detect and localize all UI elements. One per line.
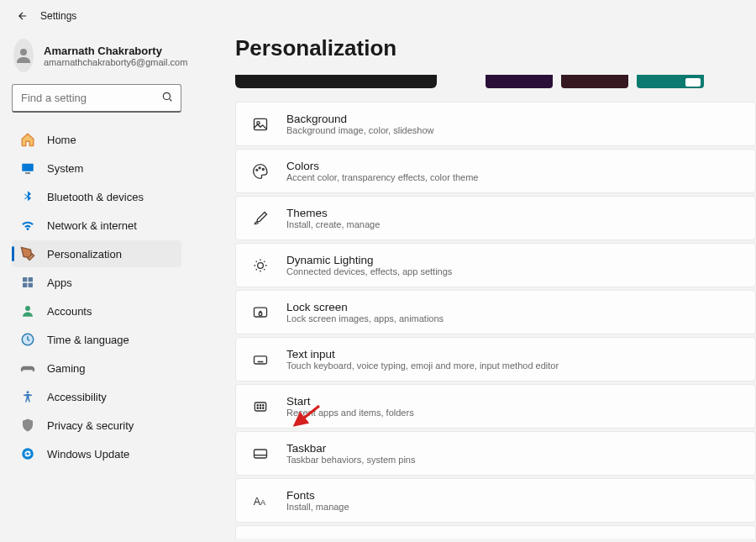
settings-item-taskbar[interactable]: TaskbarTaskbar behaviors, system pins <box>235 431 756 476</box>
svg-rect-28 <box>255 450 267 458</box>
profile-email: amarnathchakraborty6@gmail.com <box>44 57 187 67</box>
settings-item-dynamic-lighting[interactable]: Dynamic LightingConnected devices, effec… <box>235 243 756 287</box>
wifi-icon <box>20 218 35 233</box>
start-icon <box>251 397 270 416</box>
svg-point-17 <box>258 262 264 268</box>
settings-item-title: Device usage <box>286 536 740 539</box>
settings-item-desc: Background image, color, slideshow <box>286 125 433 135</box>
settings-item-title: Dynamic Lighting <box>286 254 452 266</box>
svg-point-27 <box>263 408 264 408</box>
sidebar-item-system[interactable]: System <box>12 155 181 182</box>
svg-point-23 <box>260 404 260 405</box>
profile-name: Amarnath Chakraborty <box>44 45 187 57</box>
svg-point-10 <box>27 391 29 393</box>
search-input[interactable] <box>12 84 181 113</box>
settings-item-background[interactable]: BackgroundBackground image, color, slide… <box>235 102 756 146</box>
theme-preview-large[interactable] <box>235 75 437 88</box>
settings-item-colors[interactable]: ColorsAccent color, transparency effects… <box>235 149 756 193</box>
accessibility-icon <box>20 389 35 404</box>
sidebar-item-windows-update[interactable]: Windows Update <box>12 440 181 467</box>
sidebar-item-bluetooth[interactable]: Bluetooth & devices <box>12 183 181 210</box>
settings-item-title: Themes <box>286 207 380 219</box>
svg-rect-5 <box>29 277 33 282</box>
svg-point-22 <box>257 404 258 405</box>
theme-preview-small[interactable] <box>561 75 628 88</box>
personalization-icon <box>20 246 35 261</box>
page-title: Personalization <box>235 35 756 61</box>
settings-list: BackgroundBackground image, color, slide… <box>235 102 756 539</box>
sidebar-item-label: System <box>47 162 83 175</box>
settings-item-desc: Install, manage <box>286 502 349 512</box>
sidebar-item-home[interactable]: Home <box>12 126 181 153</box>
accounts-icon <box>20 303 35 318</box>
sidebar-item-label: Accounts <box>47 305 92 318</box>
settings-item-fonts[interactable]: AA FontsInstall, manage <box>235 478 756 523</box>
back-button[interactable] <box>17 10 29 22</box>
sidebar-item-label: Home <box>47 134 76 146</box>
svg-point-8 <box>25 306 30 311</box>
svg-text:A: A <box>260 498 266 507</box>
settings-item-start[interactable]: StartRecent apps and items, folders <box>235 384 756 429</box>
svg-point-25 <box>257 408 258 408</box>
sidebar-item-personalization[interactable]: Personalization <box>12 240 181 267</box>
fonts-icon: AA <box>251 492 270 510</box>
svg-point-14 <box>256 169 258 171</box>
search-wrapper <box>12 84 181 113</box>
svg-rect-20 <box>255 355 267 363</box>
svg-rect-7 <box>29 283 33 287</box>
settings-item-desc: Connected devices, effects, app settings <box>286 266 452 276</box>
brush-icon <box>251 209 270 228</box>
sidebar-item-label: Bluetooth & devices <box>47 191 144 203</box>
background-icon <box>251 115 270 134</box>
settings-item-lock-screen[interactable]: Lock screenLock screen images, apps, ani… <box>235 290 756 334</box>
title-bar: Settings <box>0 0 756 32</box>
nav-list: Home System Bluetooth & devices Network … <box>12 126 181 467</box>
sidebar-item-gaming[interactable]: Gaming <box>12 355 181 382</box>
sidebar-item-label: Apps <box>47 276 72 289</box>
profile-block[interactable]: Amarnath Chakraborty amarnathchakraborty… <box>13 39 181 72</box>
bluetooth-icon <box>20 189 35 204</box>
settings-item-desc: Taskbar behaviors, system pins <box>286 455 415 465</box>
sidebar-item-network[interactable]: Network & internet <box>12 212 181 239</box>
palette-icon <box>251 162 270 181</box>
settings-item-device-usage[interactable]: Device usageSelect all the ways you plan… <box>235 525 756 539</box>
system-icon <box>20 160 35 176</box>
clock-globe-icon <box>20 332 35 347</box>
settings-item-themes[interactable]: ThemesInstall, create, manage <box>235 196 756 240</box>
sidebar-item-accessibility[interactable]: Accessibility <box>12 383 181 410</box>
sidebar-item-label: Gaming <box>47 362 86 375</box>
svg-rect-19 <box>259 313 261 315</box>
settings-item-title: Start <box>286 395 414 408</box>
svg-point-26 <box>260 408 260 408</box>
settings-item-title: Background <box>286 113 433 125</box>
sidebar-item-privacy[interactable]: Privacy & security <box>12 412 181 439</box>
lighting-icon <box>251 256 270 275</box>
svg-point-1 <box>163 92 170 99</box>
shield-icon <box>20 418 35 433</box>
sidebar-item-accounts[interactable]: Accounts <box>12 297 181 324</box>
sidebar-item-label: Time & language <box>47 334 129 346</box>
theme-preview-small[interactable] <box>486 75 553 88</box>
settings-item-text-input[interactable]: Text inputTouch keyboard, voice typing, … <box>235 337 756 382</box>
svg-point-24 <box>263 404 264 405</box>
theme-preview-small[interactable] <box>637 75 704 88</box>
settings-item-title: Lock screen <box>286 301 444 313</box>
apps-icon <box>20 275 35 290</box>
settings-item-desc: Recent apps and items, folders <box>286 408 414 418</box>
sidebar-item-apps[interactable]: Apps <box>12 269 181 296</box>
search-icon <box>161 91 173 106</box>
sidebar-item-label: Accessibility <box>47 391 107 403</box>
settings-item-title: Taskbar <box>286 442 415 455</box>
svg-rect-3 <box>25 172 30 174</box>
sidebar-item-label: Privacy & security <box>47 419 134 432</box>
settings-item-desc: Touch keyboard, voice typing, emoji and … <box>286 360 559 371</box>
sidebar-item-time-language[interactable]: Time & language <box>12 326 181 353</box>
lock-screen-icon <box>251 303 270 322</box>
svg-rect-21 <box>255 403 265 411</box>
gaming-icon <box>20 360 35 376</box>
settings-item-title: Text input <box>286 348 559 360</box>
sidebar-item-label: Windows Update <box>47 448 129 460</box>
avatar <box>13 39 34 72</box>
settings-item-title: Colors <box>286 160 478 172</box>
svg-point-16 <box>262 168 264 170</box>
